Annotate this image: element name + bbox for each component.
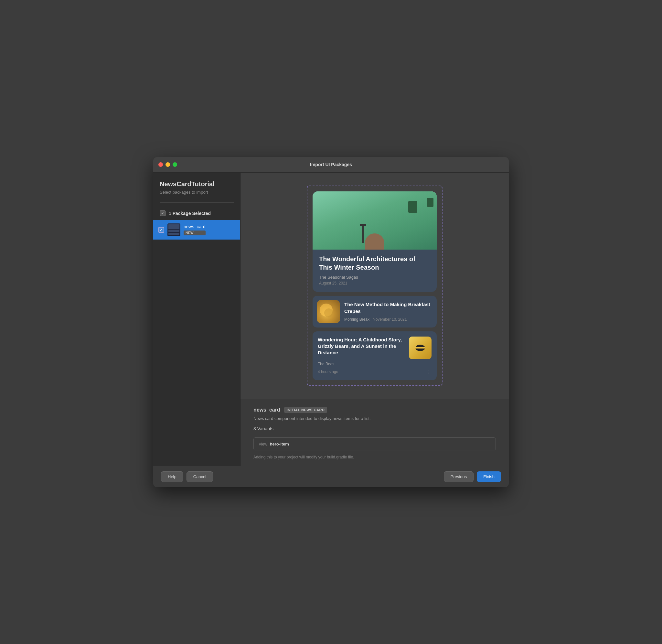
preview-section: The Wonderful Architectures of This Wint… [240, 172, 509, 399]
previous-button[interactable]: Previous [444, 472, 474, 482]
hero-image [313, 191, 437, 250]
thumb-bar-3 [168, 233, 180, 235]
package-badge: NEW [184, 231, 206, 235]
package-title-row: news_card INITIAL NEWS CARD [254, 407, 496, 413]
sidebar-subtitle: Select packages to import [160, 190, 234, 194]
package-selected-row: ✓ 1 Package Selected [153, 208, 240, 219]
horiz-source: Morning Break [344, 317, 370, 322]
text-image-date: 4 hours ago [318, 370, 338, 374]
bee-body [416, 345, 425, 351]
shutters-right [427, 198, 433, 207]
package-selected-checkbox[interactable]: ✓ [160, 210, 166, 216]
horiz-date: November 10, 2021 [373, 317, 407, 322]
package-name: news_card [184, 224, 206, 229]
horiz-content: The New Method to Making Breakfast Crepe… [344, 301, 432, 322]
package-description: News card component intended to display … [254, 416, 496, 421]
bee-image [409, 337, 431, 359]
horiz-title: The New Method to Making Breakfast Crepe… [344, 301, 432, 315]
variant-key: view: [259, 442, 268, 446]
bottom-info-section: news_card INITIAL NEWS CARD News card co… [240, 399, 509, 466]
bee-stripe [416, 347, 425, 348]
text-image-source: The Bees [318, 362, 334, 366]
crepe-2 [324, 308, 333, 318]
content-area: NewsCardTutorial Select packages to impo… [153, 172, 509, 466]
sidebar: NewsCardTutorial Select packages to impo… [153, 172, 240, 466]
lamp-head [360, 224, 366, 226]
footer-right: Previous Finish [444, 472, 501, 482]
hero-card: The Wonderful Architectures of This Wint… [313, 191, 437, 292]
close-button[interactable] [158, 162, 163, 167]
maximize-button[interactable] [173, 162, 177, 167]
text-image-card: Wondering Hour: A Childhood Story, Grizz… [313, 331, 437, 380]
check-icon: ✓ [160, 228, 163, 232]
news-card-preview: The Wonderful Architectures of This Wint… [307, 186, 443, 386]
shutters-left [408, 201, 417, 213]
finish-button[interactable]: Finish [477, 472, 501, 482]
gradle-note: Adding this to your project will modify … [254, 455, 496, 459]
horiz-thumbnail [317, 300, 340, 323]
horiz-meta: Morning Break November 10, 2021 [344, 317, 432, 322]
variant-value: hero-item [270, 442, 289, 446]
package-thumbnail [167, 223, 180, 236]
check-icon: ✓ [161, 211, 164, 215]
hero-date: August 25, 2021 [319, 281, 430, 285]
date-more-row: 4 hours ago ⋮ [318, 369, 431, 375]
thumb-bar-1 [168, 224, 180, 229]
more-options-icon[interactable]: ⋮ [426, 369, 431, 375]
cancel-button[interactable]: Cancel [187, 472, 213, 482]
variant-row: view:hero-item [254, 437, 496, 450]
traffic-lights [158, 162, 177, 167]
text-image-row: Wondering Hour: A Childhood Story, Grizz… [318, 337, 431, 359]
source-row: The Bees [318, 362, 431, 366]
text-image-thumbnail [409, 337, 431, 359]
variants-label: 3 Variants [254, 426, 496, 434]
hero-title: The Wonderful Architectures of This Wint… [319, 255, 430, 272]
minimize-button[interactable] [166, 162, 170, 167]
package-selected-label: 1 Package Selected [169, 211, 211, 216]
crepes-image [317, 300, 340, 323]
titlebar: Import UI Packages [153, 157, 509, 172]
main-window: Import UI Packages NewsCardTutorial Sele… [153, 157, 509, 487]
hero-card-body: The Wonderful Architectures of This Wint… [313, 250, 437, 292]
package-info: news_card NEW [184, 224, 206, 235]
text-image-title: Wondering Hour: A Childhood Story, Grizz… [318, 337, 404, 356]
package-item-checkbox[interactable]: ✓ [158, 227, 164, 233]
horizontal-card: The New Method to Making Breakfast Crepe… [313, 296, 437, 327]
lamp-post [362, 224, 364, 243]
variant-text: view:hero-item [259, 442, 289, 446]
sidebar-divider [160, 202, 234, 203]
project-name: NewsCardTutorial [160, 180, 234, 188]
package-list-item[interactable]: ✓ news_card NEW [153, 220, 240, 239]
text-image-content: Wondering Hour: A Childhood Story, Grizz… [318, 337, 404, 358]
main-area: The Wonderful Architectures of This Wint… [240, 172, 509, 466]
thumb-bar-2 [168, 230, 180, 232]
footer: Help Cancel Previous Finish [153, 466, 509, 487]
footer-left: Help Cancel [161, 472, 213, 482]
sidebar-header: NewsCardTutorial Select packages to impo… [153, 172, 240, 197]
window-title: Import UI Packages [310, 162, 352, 167]
package-main-name: news_card [254, 407, 280, 413]
hero-source: The Seasonal Sagas [319, 275, 430, 280]
initial-news-card-badge: INITIAL NEWS CARD [284, 407, 327, 413]
help-button[interactable]: Help [161, 472, 183, 482]
